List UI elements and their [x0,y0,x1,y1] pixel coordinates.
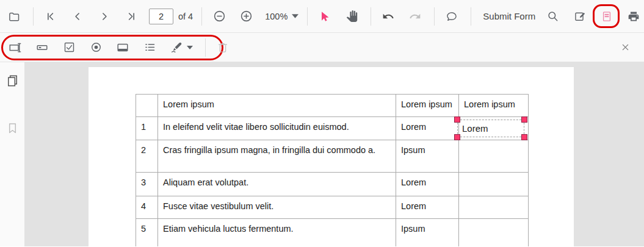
document-table: Lorem ipsum Lorem ipsum Lorem ipsum 1 In… [136,94,529,246]
redo-icon [409,10,421,23]
bookmarks-panel-button[interactable] [4,120,21,137]
resize-handle-top-right[interactable] [521,116,527,123]
previous-page-button[interactable] [68,7,87,26]
print-button[interactable] [624,7,643,26]
description-cell: Aliquam erat volutpat. [158,173,396,196]
form-field-cell [459,140,529,173]
combo-box-tool-button[interactable] [114,38,132,57]
row-number-cell: 3 [136,173,158,196]
list-box-tool-button[interactable] [140,38,159,57]
close-icon [621,43,630,52]
signature-tool-button[interactable] [167,38,195,57]
redo-button[interactable] [406,7,424,26]
page-thumbnails-icon [5,74,20,88]
toolbar-separator [434,7,435,26]
resize-handle-top-left[interactable] [454,116,460,123]
first-page-button[interactable] [42,7,60,26]
header-cell: Lorem ipsum [158,95,396,117]
table-row: 2 Cras fringilla ipsum magna, in fringil… [136,140,529,173]
thumbnails-panel-button[interactable] [4,72,21,89]
resize-handle-bottom-left[interactable] [454,134,460,140]
toolbar-separator [205,38,206,57]
comment-button[interactable] [443,7,461,26]
text-field-icon [9,41,22,54]
select-tool-button[interactable] [316,7,334,26]
toolbar-separator [471,7,471,26]
description-cell: Fusce vitae vestibulum velit. [158,196,396,219]
select-cursor-icon [319,10,331,23]
form-tools-button[interactable] [598,7,616,26]
read-only-field-icon [35,41,49,54]
undo-button[interactable] [379,7,397,26]
zoom-level-label: 100% [265,12,288,21]
read-only-field-tool-button[interactable] [33,38,51,57]
page-number-input[interactable] [149,9,173,24]
zoom-out-icon [213,10,226,23]
value-cell: Lorem [396,173,459,196]
toolbar-separator [33,7,34,26]
form-document-icon [601,10,613,23]
zoom-level-dropdown[interactable]: 100% [264,12,300,21]
trash-icon [217,41,229,54]
row-number-cell: 2 [136,140,158,173]
radio-button-icon [90,41,103,54]
toolbar-separator [371,7,371,26]
row-number-cell: 5 [136,219,158,247]
checkbox-icon [63,41,76,54]
previous-page-icon [71,10,84,23]
header-cell: Lorem ipsum [396,95,459,117]
row-number-cell: 4 [136,196,158,219]
description-cell: Cras fringilla ipsum magna, in fringilla… [158,140,396,173]
table-row: 4 Fusce vitae vestibulum velit. Lorem [136,196,529,219]
delete-field-button[interactable] [214,38,232,57]
text-field-tool-button[interactable] [6,38,24,57]
checkbox-tool-button[interactable] [60,38,78,57]
chevron-down-icon [187,46,193,49]
pdf-page[interactable]: Lorem ipsum Lorem ipsum Lorem ipsum 1 In… [89,67,574,246]
comment-icon [446,10,458,23]
value-cell: Ipsum [396,219,459,247]
description-cell: Etiam vehicula luctus fermentum. [158,219,396,247]
left-panel-strip [0,62,24,246]
zoom-out-button[interactable] [210,7,228,26]
form-field-cell [459,196,529,219]
zoom-in-button[interactable] [237,7,255,26]
close-form-toolbar-button[interactable] [616,38,634,57]
table-row: 5 Etiam vehicula luctus fermentum. Ipsum [136,219,529,247]
selected-form-field[interactable]: Lorem [457,120,524,137]
toolbar-right-group [544,7,644,26]
form-field-cell [459,219,529,247]
bookmark-icon [6,122,19,135]
row-number-cell: 1 [136,117,158,140]
print-icon [628,10,640,23]
search-button[interactable] [544,7,562,26]
hand-tool-icon [346,10,358,22]
header-cell: Lorem ipsum [459,95,529,117]
combo-box-icon [116,41,129,54]
value-cell: Lorem [396,196,459,219]
chevron-down-icon [292,14,298,18]
value-cell: Ipsum [396,140,459,173]
signature-pen-icon [170,41,183,54]
last-page-icon [125,10,137,23]
next-page-icon [98,10,110,23]
radio-button-tool-button[interactable] [87,38,105,57]
annotate-edit-icon [574,10,586,23]
search-icon [547,10,559,23]
next-page-button[interactable] [95,7,114,26]
toolbar-separator [307,7,308,26]
viewer-area: Lorem ipsum Lorem ipsum Lorem ipsum 1 In… [0,62,644,246]
description-cell: In eleifend velit vitae libero sollicitu… [158,117,396,140]
resize-handle-bottom-right[interactable] [521,134,527,140]
list-box-icon [143,41,156,54]
page-count-label: of 4 [178,12,193,21]
last-page-button[interactable] [122,7,140,26]
sidebar-toggle-button[interactable] [5,7,23,26]
zoom-in-icon [240,10,253,23]
annotate-button[interactable] [571,7,589,26]
hand-tool-button[interactable] [342,7,361,26]
value-cell: Lorem [396,117,459,140]
submit-form-button[interactable]: Submit Form [479,11,539,21]
header-cell [136,95,158,117]
form-tools-toolbar [0,33,644,62]
